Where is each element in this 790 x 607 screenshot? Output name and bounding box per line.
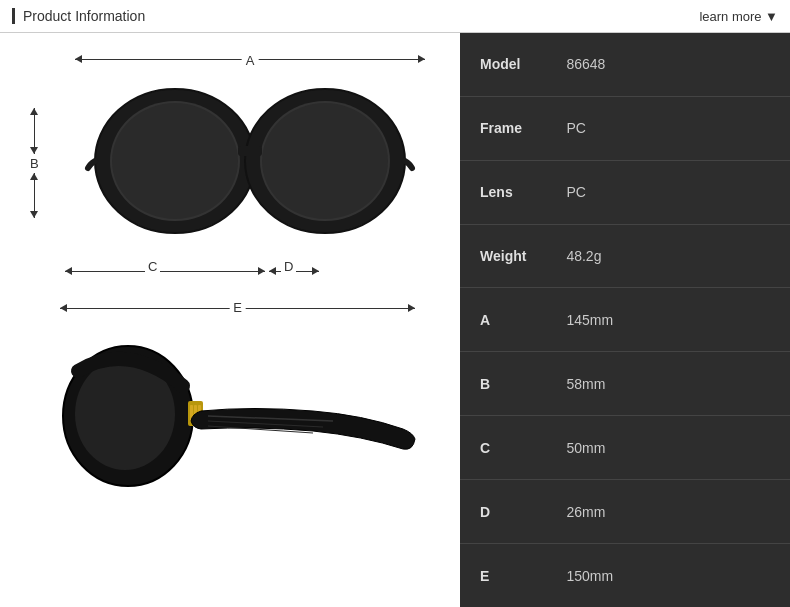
spec-label: Lens — [460, 160, 546, 224]
glasses-front-image — [65, 68, 435, 253]
dimension-c-label: C — [145, 259, 160, 274]
spec-label: Weight — [460, 224, 546, 288]
table-row: D26mm — [460, 480, 790, 544]
spec-value: 50mm — [546, 416, 790, 480]
left-panel: A B — [0, 33, 460, 607]
learn-more-link[interactable]: learn more ▼ — [699, 9, 778, 24]
spec-value: 145mm — [546, 288, 790, 352]
spec-value: 26mm — [546, 480, 790, 544]
spec-value: 58mm — [546, 352, 790, 416]
table-row: FramePC — [460, 96, 790, 160]
spec-value: 86648 — [546, 33, 790, 96]
spec-label: A — [460, 288, 546, 352]
header: Product Information learn more ▼ — [0, 0, 790, 33]
specs-table: Model86648FramePCLensPCWeight48.2gA145mm… — [460, 33, 790, 607]
dimension-b-line-2 — [34, 173, 35, 219]
table-row: Model86648 — [460, 33, 790, 96]
dimension-e-arrow: E — [60, 300, 415, 316]
front-view-diagram: A B — [20, 43, 440, 283]
table-row: A145mm — [460, 288, 790, 352]
glasses-front-svg — [80, 76, 420, 246]
spec-value: 48.2g — [546, 224, 790, 288]
spec-label: Frame — [460, 96, 546, 160]
dimension-b-arrow: B — [30, 108, 39, 218]
spec-label: B — [460, 352, 546, 416]
spec-value: PC — [546, 160, 790, 224]
svg-point-6 — [262, 103, 388, 219]
table-row: E150mm — [460, 544, 790, 607]
spec-value: PC — [546, 96, 790, 160]
spec-value: 150mm — [546, 544, 790, 607]
dimension-d-label: D — [281, 259, 296, 274]
table-row: Weight48.2g — [460, 224, 790, 288]
dimension-e-label: E — [229, 300, 246, 315]
spec-label: D — [460, 480, 546, 544]
side-view-diagram: E — [20, 288, 440, 508]
dimension-b-label: B — [30, 154, 39, 173]
dimension-a-line: A — [75, 59, 425, 60]
right-panel: Model86648FramePCLensPCWeight48.2gA145mm… — [460, 33, 790, 607]
dimension-b-line — [34, 108, 35, 154]
spec-label: E — [460, 544, 546, 607]
dimension-e-line: E — [60, 308, 415, 309]
table-row: LensPC — [460, 160, 790, 224]
main-content: A B — [0, 33, 790, 607]
spec-label: C — [460, 416, 546, 480]
dimension-a-arrow: A — [75, 51, 425, 67]
dimension-cd-area: C D — [65, 253, 435, 273]
page-title: Product Information — [12, 8, 145, 24]
table-row: C50mm — [460, 416, 790, 480]
glasses-side-image — [50, 316, 425, 501]
svg-point-5 — [112, 103, 238, 219]
glasses-side-svg — [53, 321, 423, 496]
svg-rect-4 — [238, 146, 262, 156]
spec-label: Model — [460, 33, 546, 96]
table-row: B58mm — [460, 352, 790, 416]
dimension-a-label: A — [242, 53, 259, 68]
